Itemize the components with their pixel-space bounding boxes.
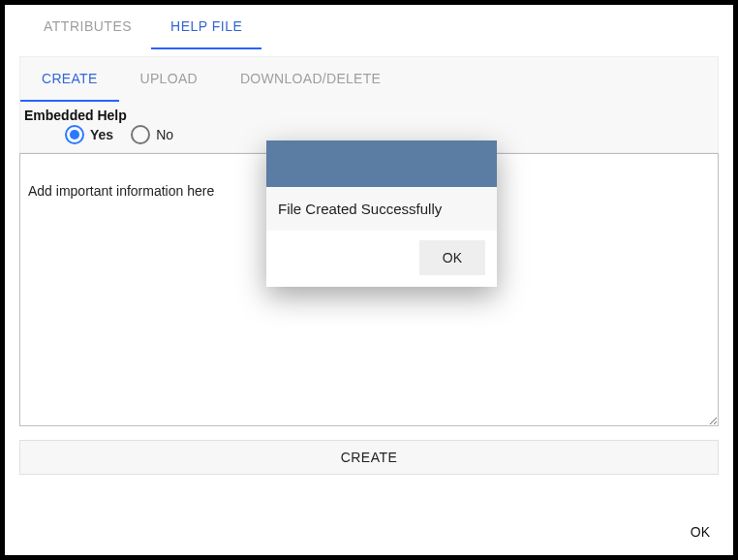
radio-icon	[131, 125, 150, 144]
tab-help-file[interactable]: HELP FILE	[151, 5, 261, 49]
create-button[interactable]: CREATE	[19, 440, 719, 475]
subtab-download-delete[interactable]: DOWNLOAD/DELETE	[219, 57, 402, 102]
subtabs: CREATE UPLOAD DOWNLOAD/DELETE	[20, 57, 718, 102]
radio-icon	[65, 125, 84, 144]
dialog-ok-button[interactable]: OK	[419, 240, 485, 275]
dialog-message: File Created Successfully	[266, 187, 497, 231]
app-frame: ATTRIBUTES HELP FILE CREATE UPLOAD DOWNL…	[0, 0, 738, 560]
top-tabs: ATTRIBUTES HELP FILE	[24, 5, 733, 50]
radio-no[interactable]: No	[131, 125, 173, 144]
radio-yes[interactable]: Yes	[65, 125, 113, 144]
embedded-help-label: Embedded Help	[20, 102, 718, 125]
radio-no-label: No	[156, 127, 173, 142]
radio-yes-label: Yes	[90, 127, 113, 142]
tab-attributes[interactable]: ATTRIBUTES	[24, 5, 151, 49]
dialog-header	[266, 140, 497, 187]
footer-ok-button[interactable]: OK	[681, 518, 720, 545]
dialog-actions: OK	[266, 231, 497, 287]
subtab-upload[interactable]: UPLOAD	[119, 57, 219, 102]
subtab-create[interactable]: CREATE	[20, 57, 119, 102]
subtabs-container: CREATE UPLOAD DOWNLOAD/DELETE Embedded H…	[19, 56, 719, 153]
success-dialog: File Created Successfully OK	[266, 140, 497, 287]
create-button-container: CREATE	[19, 440, 719, 481]
